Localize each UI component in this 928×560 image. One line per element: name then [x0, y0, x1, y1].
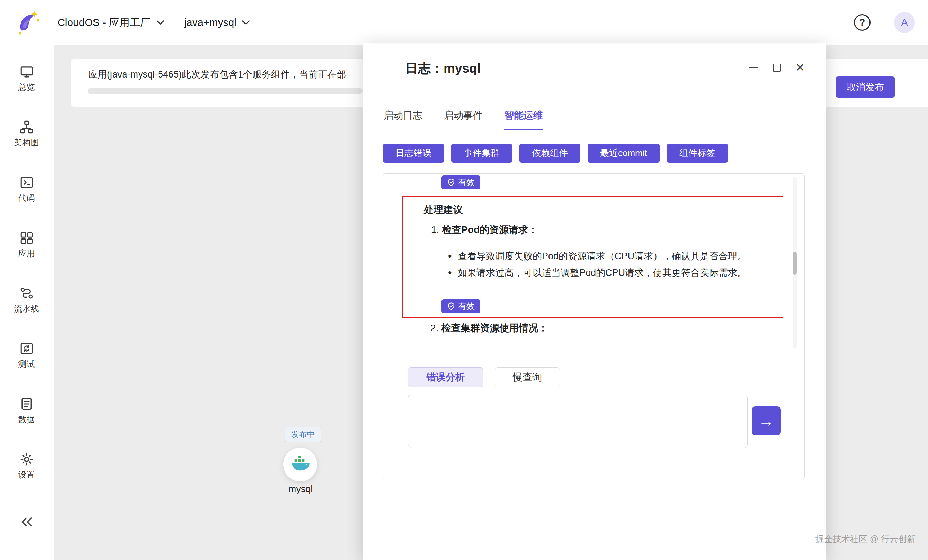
sidebar-item-label: 设置 [18, 469, 35, 480]
tab-intelligent-ops[interactable]: 智能运维 [504, 111, 543, 120]
error-analysis-tab[interactable]: 错误分析 [408, 367, 483, 387]
sidebar-item-label: 应用 [18, 248, 35, 259]
test-refresh-icon [19, 341, 34, 356]
slow-query-tab[interactable]: 慢查询 [495, 367, 560, 387]
chevron-down-icon [241, 20, 250, 25]
sidebar-item-label: 总览 [18, 82, 35, 93]
analysis-panel: 有效 处理建议 1. 检查Pod的资源请求： 查看导致调度失败的Pod的资源请求… [383, 173, 805, 479]
monitor-icon [19, 64, 34, 79]
node-name-label: mysql [266, 484, 335, 495]
mysql-service-node[interactable] [283, 447, 317, 481]
sidebar-item-overview[interactable]: 总览 [18, 64, 35, 93]
watermark-text: 掘金技术社区 @ 行云创新 [815, 533, 916, 545]
modal-header: 日志：mysql ✕ [363, 43, 826, 93]
event-cluster-button[interactable]: 事件集群 [451, 144, 512, 163]
shield-check-icon [447, 302, 455, 310]
advice-title: 处理建议 [424, 203, 462, 216]
app-switcher[interactable]: CloudOS - 应用工厂 [58, 0, 165, 45]
document-icon [19, 397, 34, 411]
maximize-icon[interactable] [773, 64, 781, 72]
component-tags-button[interactable]: 组件标签 [667, 144, 728, 163]
sidebar: 总览 架构图 代码 应用 流水线 测试 数据 设置 [0, 45, 53, 560]
deploy-progress-bar [88, 88, 363, 94]
sidebar-item-data[interactable]: 数据 [18, 397, 35, 425]
valid-feedback-badge[interactable]: 有效 [441, 300, 480, 313]
advice-bullet-1: 查看导致调度失败的Pod的资源请求（CPU请求），确认其是否合理。 [458, 248, 783, 264]
sidebar-item-label: 测试 [18, 359, 35, 370]
docker-whale-icon [290, 456, 310, 473]
modal-title: 日志：mysql [405, 60, 481, 77]
gear-icon [19, 452, 34, 467]
workspace-switcher[interactable]: java+mysql [184, 0, 250, 45]
sidebar-item-label: 数据 [18, 414, 35, 425]
sidebar-item-settings[interactable]: 设置 [18, 452, 35, 480]
send-button[interactable]: → [752, 406, 781, 435]
log-errors-button[interactable]: 日志错误 [383, 144, 444, 163]
minimize-icon[interactable] [749, 67, 758, 68]
grid-icon [19, 230, 34, 245]
avatar[interactable]: A [894, 12, 915, 33]
dependency-components-button[interactable]: 依赖组件 [519, 144, 580, 163]
brand-logo-icon [14, 8, 42, 37]
sidebar-item-label: 架构图 [14, 137, 39, 148]
log-tabs: 启动日志 启动事件 智能运维 [363, 111, 826, 130]
highlighted-suggestion-box: 处理建议 1. 检查Pod的资源请求： 查看导致调度失败的Pod的资源请求（CP… [402, 196, 783, 318]
top-header: CloudOS - 应用工厂 java+mysql ? A [0, 0, 928, 45]
deploy-notification-text: 应用(java-mysql-5465)此次发布包含1个服务组件，当前正在部 [88, 68, 346, 81]
arrow-right-icon: → [758, 411, 774, 430]
sidebar-item-label: 代码 [18, 192, 35, 204]
help-icon[interactable]: ? [854, 14, 870, 31]
chevron-down-icon [156, 20, 165, 25]
double-chevron-left-icon [19, 514, 34, 530]
node-status-badge: 发布中 [285, 427, 321, 442]
advice-step-2: 2. 检查集群资源使用情况： [430, 321, 548, 335]
tab-startup-log[interactable]: 启动日志 [384, 111, 423, 120]
sidebar-collapse-button[interactable] [0, 514, 53, 530]
scrollbar-thumb[interactable] [793, 252, 797, 275]
scrollbar-track[interactable] [793, 177, 797, 348]
code-icon [19, 175, 34, 190]
workspace-name: java+mysql [184, 17, 237, 28]
advice-step-1: 1. 检查Pod的资源请求： [431, 223, 538, 236]
cancel-publish-button[interactable]: 取消发布 [836, 76, 895, 97]
pipeline-icon [19, 286, 34, 300]
ops-action-row: 日志错误 事件集群 依赖组件 最近commit 组件标签 [363, 144, 826, 163]
log-modal: 日志：mysql ✕ 启动日志 启动事件 智能运维 日志错误 事件集群 依赖组件… [363, 43, 826, 560]
sidebar-item-code[interactable]: 代码 [18, 175, 35, 204]
window-controls: ✕ [749, 43, 805, 93]
close-icon[interactable]: ✕ [795, 62, 805, 73]
valid-feedback-badge[interactable]: 有效 [441, 175, 480, 189]
log-scroll-area[interactable]: 有效 处理建议 1. 检查Pod的资源请求： 查看导致调度失败的Pod的资源请求… [383, 174, 805, 351]
shield-check-icon [447, 178, 455, 187]
sidebar-item-apps[interactable]: 应用 [18, 230, 35, 259]
org-chart-icon [19, 120, 34, 134]
app-title: CloudOS - 应用工厂 [58, 15, 150, 30]
sidebar-item-label: 流水线 [14, 303, 39, 314]
sidebar-item-pipeline[interactable]: 流水线 [14, 286, 39, 314]
advice-bullet-2: 如果请求过高，可以适当调整Pod的CPU请求，使其更符合实际需求。 [458, 265, 769, 281]
sidebar-item-test[interactable]: 测试 [18, 341, 35, 370]
recent-commit-button[interactable]: 最近commit [588, 144, 659, 163]
analysis-query-input[interactable] [408, 394, 748, 448]
tab-startup-events[interactable]: 启动事件 [444, 111, 483, 120]
sidebar-item-architecture[interactable]: 架构图 [14, 120, 39, 148]
